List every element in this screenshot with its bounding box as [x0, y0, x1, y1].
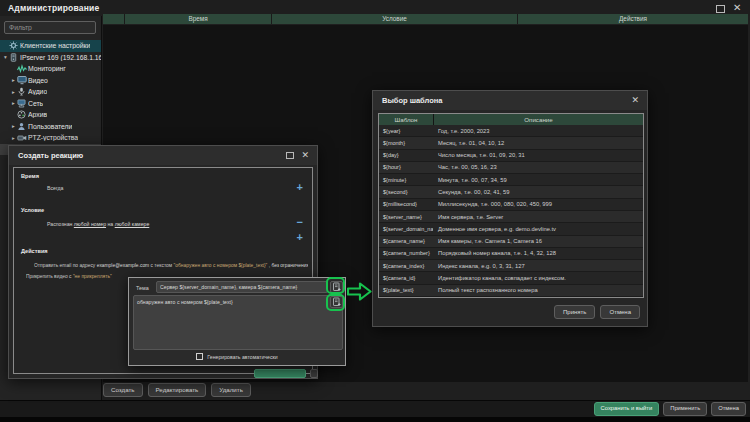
- template-table-header: Шаблон Описание: [379, 114, 643, 125]
- template-cell-description: Порядковый номер канала, т.е. 1, 4, 32, …: [433, 250, 643, 256]
- template-table: Шаблон Описание ${year}Год, т.е. 2000, 2…: [378, 113, 644, 298]
- expander-icon[interactable]: ▸: [10, 100, 17, 106]
- maximize-icon[interactable]: [716, 5, 725, 13]
- sidebar-item-label: IPserver 169 (192.168.1.169): [20, 54, 101, 61]
- dialog-cancel-button[interactable]: [310, 369, 318, 378]
- apply-button[interactable]: Применить: [663, 402, 707, 416]
- template-row[interactable]: ${camera_name}Имя камеры, т.е. Camera 1,…: [379, 236, 643, 248]
- template-cell-description: Секунда, т.е. 00, 02, 41, 59: [433, 189, 643, 195]
- condition-line: Распознан любой номер на любой камере: [47, 221, 149, 227]
- sidebar-item-label: Клиентские настройки: [20, 42, 90, 49]
- template-row[interactable]: ${server_name}Имя сервера, т.е. Server: [379, 211, 643, 223]
- template-selection-dialog: Выбор шаблона ✕ Шаблон Описание ${year}Г…: [372, 90, 648, 327]
- network-icon: [17, 99, 28, 108]
- link-segment[interactable]: любой номер: [74, 221, 106, 227]
- sidebar-item[interactable]: ▸Аудио: [0, 86, 101, 98]
- template-row[interactable]: ${hour}Час, т.е. 00, 05, 16, 23: [379, 162, 643, 174]
- create-reaction-button[interactable]: Создать: [103, 383, 143, 397]
- template-table-body: ${year}Год, т.е. 2000, 2023${month}Месяц…: [379, 125, 643, 297]
- expander-icon[interactable]: ▾: [2, 54, 9, 60]
- delete-reaction-button[interactable]: Удалить: [211, 383, 251, 397]
- sidebar-item-label: PTZ-устройства: [28, 134, 78, 141]
- sidebar-item[interactable]: Клиентские настройки: [0, 40, 101, 52]
- sidebar-item[interactable]: ▸Пользователи: [0, 121, 101, 133]
- auto-generate-checkbox[interactable]: [196, 353, 203, 360]
- gear-icon: [9, 41, 20, 50]
- template-row[interactable]: ${second}Секунда, т.е. 00, 02, 41, 59: [379, 186, 643, 198]
- auto-generate-row: Генерировать автоматически: [129, 353, 345, 360]
- bottom-strip: [0, 417, 750, 422]
- maximize-icon[interactable]: [286, 152, 294, 159]
- text-segment: Прикрепить видео с: [26, 274, 73, 279]
- template-row[interactable]: ${camera_number}Порядковый номер канала,…: [379, 248, 643, 260]
- close-icon[interactable]: ✕: [733, 2, 741, 14]
- link-segment[interactable]: example@example.com: [97, 263, 150, 268]
- template-cell-description: Миллисекунда, т.е. 000, 080, 020, 450, 9…: [433, 201, 643, 207]
- template-row[interactable]: ${plate_text}Полный текст распознанного …: [379, 285, 643, 297]
- ptz-icon: [17, 133, 28, 143]
- highlight-body-template-button: [326, 294, 345, 311]
- sidebar-item[interactable]: Архив: [0, 109, 101, 121]
- template-row[interactable]: ${camera_index}Индекс канала, e.g. 0, 3,…: [379, 260, 643, 272]
- reactions-column-header[interactable]: Действия: [518, 14, 748, 24]
- sidebar-item[interactable]: ▸Сеть: [0, 98, 101, 110]
- sidebar-item[interactable]: ▸Видео: [0, 75, 101, 87]
- template-cell-name: ${minute}: [379, 177, 433, 183]
- template-cell-description: Год, т.е. 2000, 2023: [433, 128, 643, 134]
- create-dialog-title: Создать реакцию: [18, 151, 83, 160]
- remove-condition-button[interactable]: −: [297, 217, 303, 227]
- link-segment[interactable]: "не прикреплять": [73, 274, 112, 279]
- sidebar-item[interactable]: ▸PTZ-устройства: [0, 132, 101, 144]
- template-cell-description: Час, т.е. 00, 05, 16, 23: [433, 164, 643, 170]
- column-header-template[interactable]: Шаблон: [379, 114, 433, 125]
- annotation-arrow-icon: [347, 281, 372, 302]
- filter-input[interactable]: [4, 21, 96, 34]
- cancel-button[interactable]: Отмена: [711, 402, 746, 416]
- sidebar-item-label: Видео: [28, 77, 48, 84]
- template-row[interactable]: ${millisecond}Миллисекунда, т.е. 000, 08…: [379, 199, 643, 211]
- link-segment[interactable]: без ограничения: [271, 263, 308, 268]
- time-value[interactable]: Всегда: [47, 185, 64, 191]
- email-body-textarea[interactable]: [133, 295, 343, 350]
- template-row[interactable]: ${month}Месяц, т.е. 01, 04, 10, 12: [379, 137, 643, 149]
- template-cell-name: ${camera_index}: [379, 263, 433, 269]
- sidebar-item[interactable]: ▾IPserver 169 (192.168.1.169): [0, 52, 101, 64]
- link-segment[interactable]: любой камере: [115, 221, 150, 227]
- template-row[interactable]: ${minute}Минута, т.е. 00, 07, 34, 59: [379, 174, 643, 186]
- template-row[interactable]: ${server_domain_name}Доменное имя сервер…: [379, 223, 643, 235]
- reactions-toolbar: Создать Редактировать Удалить: [103, 383, 251, 397]
- sidebar-item-label: Аудио: [28, 88, 47, 95]
- cancel-button[interactable]: Отмена: [600, 305, 640, 319]
- template-cell-description: Имя камеры, т.е. Camera 1, Camera 16: [433, 238, 643, 244]
- expander-icon[interactable]: ▸: [10, 89, 17, 95]
- expander-icon[interactable]: ▸: [10, 77, 17, 83]
- edit-reaction-button[interactable]: Редактировать: [148, 383, 207, 397]
- sidebar-item[interactable]: Мониторинг: [0, 63, 101, 75]
- save-and-exit-button[interactable]: Сохранить и выйти: [594, 402, 660, 416]
- template-row[interactable]: ${day}Число месяца, т.е. 01, 09, 20, 31: [379, 150, 643, 162]
- reactions-column-header[interactable]: Время: [125, 14, 271, 24]
- monitoring-icon: [17, 64, 28, 74]
- reactions-column-header[interactable]: [103, 14, 124, 24]
- add-time-button[interactable]: +: [297, 182, 303, 192]
- column-header-description[interactable]: Описание: [434, 114, 643, 125]
- template-cell-description: Идентификатор канала, совпадает с индекс…: [433, 275, 643, 281]
- subject-input[interactable]: [156, 281, 328, 293]
- add-condition-button[interactable]: +: [297, 232, 303, 242]
- close-icon[interactable]: ✕: [631, 95, 639, 105]
- accept-button[interactable]: Принять: [554, 305, 595, 319]
- reactions-column-header[interactable]: Условие: [272, 14, 517, 24]
- close-icon[interactable]: ✕: [301, 150, 309, 160]
- window-title: Администрирование: [8, 3, 99, 13]
- archive-icon: [17, 110, 28, 119]
- template-row[interactable]: ${year}Год, т.е. 2000, 2023: [379, 125, 643, 137]
- dialog-save-button[interactable]: [254, 369, 306, 378]
- link-segment[interactable]: "обнаружен авто с номером ${plate_text}": [174, 263, 268, 268]
- sidebar-item-label: Пользователи: [28, 123, 72, 130]
- sidebar-tree: Клиентские настройки▾IPserver 169 (192.1…: [0, 40, 101, 155]
- template-dialog-titlebar: Выбор шаблона ✕: [373, 91, 647, 110]
- template-row[interactable]: ${camera_id}Идентификатор канала, совпад…: [379, 272, 643, 284]
- expander-icon[interactable]: ▸: [10, 123, 17, 129]
- expander-icon[interactable]: ▸: [10, 135, 17, 141]
- text-segment: Отправить email по адресу: [34, 263, 97, 268]
